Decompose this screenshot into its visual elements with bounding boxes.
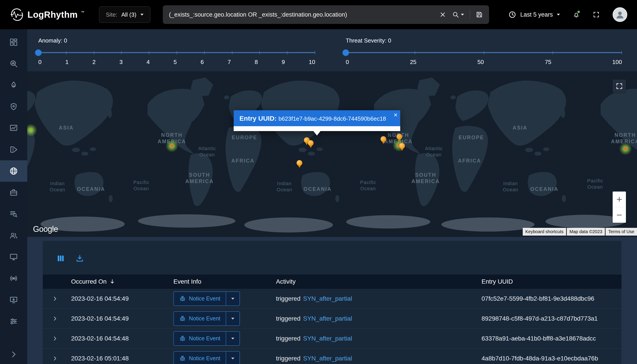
column-entry-uuid[interactable]: Entry UUID xyxy=(481,278,621,285)
search-button[interactable] xyxy=(452,11,464,18)
map-ocean-label: Pacific Ocean xyxy=(360,179,376,192)
download-button[interactable] xyxy=(76,254,84,262)
expand-row-button[interactable] xyxy=(52,316,58,322)
zoom-in-button[interactable]: + xyxy=(613,192,626,207)
expand-row-button[interactable] xyxy=(52,296,58,302)
notifications-button[interactable] xyxy=(573,11,580,18)
fullscreen-button[interactable] xyxy=(593,11,600,18)
user-avatar[interactable] xyxy=(613,7,627,22)
activity-rule-link[interactable]: SYN_after_partial xyxy=(303,295,352,302)
save-search-button[interactable] xyxy=(476,11,483,18)
geo-map[interactable]: ASIA NORTH AMERICA EUROPE AFRICA SOUTH A… xyxy=(27,71,637,237)
bug-icon xyxy=(179,295,186,302)
map-region-label: SOUTH AMERICA xyxy=(185,172,214,185)
download-icon xyxy=(76,254,84,262)
occurred-on-cell: 2023-02-16 04:54:49 xyxy=(71,295,173,302)
sidebar-item-dashboards[interactable] xyxy=(0,32,27,53)
threat-severity-filter: Threat Severity: 0 0255075100 xyxy=(346,37,622,66)
filter-sliders: Anomaly: 0 012345678910 Threat Severity:… xyxy=(27,29,637,71)
map-pin[interactable] xyxy=(297,160,302,166)
notice-event-button[interactable]: Notice Event xyxy=(174,352,226,364)
map-attribution: Keyboard shortcuts Map data ©2023 Terms … xyxy=(523,228,637,236)
threat-severity-slider-handle[interactable] xyxy=(343,50,349,56)
site-dropdown-label: Site: xyxy=(106,11,117,18)
events-panel: Occurred On Event Info Activity Entry UU… xyxy=(43,241,621,364)
entry-uuid-cell: 89298748-c5f8-497d-a213-c87d7bd773a1 xyxy=(481,315,621,322)
event-dropdown-button[interactable] xyxy=(226,292,239,306)
notification-badge xyxy=(577,10,580,14)
sidebar-item-reports[interactable] xyxy=(0,117,27,139)
event-dropdown-button[interactable] xyxy=(226,332,239,346)
briefcase-icon xyxy=(9,188,18,197)
tag-alert-icon xyxy=(9,145,18,154)
save-icon xyxy=(476,11,483,18)
column-event-info[interactable]: Event Info xyxy=(173,278,276,285)
sidebar-item-security[interactable] xyxy=(0,96,27,117)
keyboard-shortcuts-link[interactable]: Keyboard shortcuts xyxy=(523,228,566,236)
notice-event-button[interactable]: Notice Event xyxy=(174,292,226,306)
sidebar-item-threat-activity[interactable] xyxy=(0,74,27,96)
column-occurred-on[interactable]: Occurred On xyxy=(71,278,173,285)
occurred-on-cell: 2023-02-16 04:54:49 xyxy=(71,315,173,322)
sidebar-item-network-monitor[interactable] xyxy=(0,268,27,289)
sidebar-item-cases[interactable] xyxy=(0,182,27,203)
site-dropdown[interactable]: Site: All (3) xyxy=(99,6,150,23)
column-activity[interactable]: Activity xyxy=(276,278,481,285)
entry-uuid-cell: 07fc52e7-5599-4fb2-bf81-9e3d488dbc96 xyxy=(481,295,621,302)
event-dropdown-button[interactable] xyxy=(226,352,239,364)
activity-cell: triggered SYN_after_partial xyxy=(276,315,481,322)
anomaly-slider[interactable] xyxy=(38,49,315,56)
time-range-dropdown[interactable]: Last 5 years xyxy=(508,11,560,18)
map-region-label: SOUTH AMERICA xyxy=(411,172,440,185)
sidebar-item-analyze[interactable] xyxy=(0,53,27,74)
popup-label: Entry UUID: xyxy=(239,115,277,122)
popup-close-button[interactable]: × xyxy=(394,111,398,119)
brand-trademark: ™ xyxy=(81,10,84,14)
sidebar-item-administration[interactable] xyxy=(0,311,27,332)
map-region-label: ASIA xyxy=(513,125,528,131)
sidebar-item-geo-map[interactable] xyxy=(0,160,27,182)
sidebar-item-endpoints[interactable] xyxy=(0,246,27,268)
table-row: 2023-02-16 04:54:49 Notice Event trigger… xyxy=(43,309,621,328)
map-pin[interactable] xyxy=(399,143,405,149)
sidebar-item-alarms[interactable] xyxy=(0,139,27,160)
site-dropdown-value: All (3) xyxy=(121,11,137,18)
map-data-label: Map data ©2023 xyxy=(567,228,605,236)
activity-rule-link[interactable]: SYN_after_partial xyxy=(303,315,352,322)
search-input[interactable] xyxy=(169,11,433,18)
map-pin[interactable] xyxy=(380,136,386,142)
map-ocean-label: Pacific Ocean xyxy=(587,178,603,190)
sidebar-item-users[interactable] xyxy=(0,225,27,246)
sidebar-expand-button[interactable] xyxy=(0,344,27,364)
entry-uuid-cell: 4a8b7d10-7fdb-48da-91a3-e10ecbdaa76b xyxy=(481,355,621,362)
zoom-out-button[interactable]: − xyxy=(613,207,626,223)
columns-button[interactable] xyxy=(57,254,65,262)
map-region-label: AFRICA xyxy=(231,158,255,164)
activity-rule-link[interactable]: SYN_after_partial xyxy=(303,335,352,342)
threat-severity-slider[interactable] xyxy=(346,49,622,56)
activity-glow xyxy=(166,140,178,152)
search-icon xyxy=(452,11,459,18)
table-row: 2023-02-16 04:54:48 Notice Event trigger… xyxy=(43,328,621,348)
map-pin[interactable] xyxy=(308,140,314,146)
sidebar-item-log-search[interactable] xyxy=(0,203,27,225)
notice-event-button[interactable]: Notice Event xyxy=(174,332,226,346)
map-zoom-control: + − xyxy=(613,192,626,223)
sidebar-item-deployment[interactable] xyxy=(0,289,27,311)
expand-row-button[interactable] xyxy=(52,356,58,361)
logrhythm-logo: LogRhythm ™ xyxy=(10,7,84,22)
terms-of-use-link[interactable]: Terms of Use xyxy=(605,228,637,236)
expand-row-button[interactable] xyxy=(52,336,58,342)
map-fullscreen-button[interactable] xyxy=(613,80,626,93)
monitor-icon xyxy=(9,253,18,261)
notice-event-button[interactable]: Notice Event xyxy=(174,312,226,326)
clear-search-button[interactable] xyxy=(439,11,446,18)
event-dropdown-button[interactable] xyxy=(226,312,239,326)
divider xyxy=(470,10,470,20)
slider-ticks xyxy=(346,51,622,54)
chevron-down-icon xyxy=(231,318,234,320)
chevron-down-icon xyxy=(231,298,234,300)
anomaly-slider-handle[interactable] xyxy=(35,50,42,56)
activity-rule-link[interactable]: SYN_after_partial xyxy=(303,355,352,362)
map-region-label: EUROPE xyxy=(458,134,484,141)
